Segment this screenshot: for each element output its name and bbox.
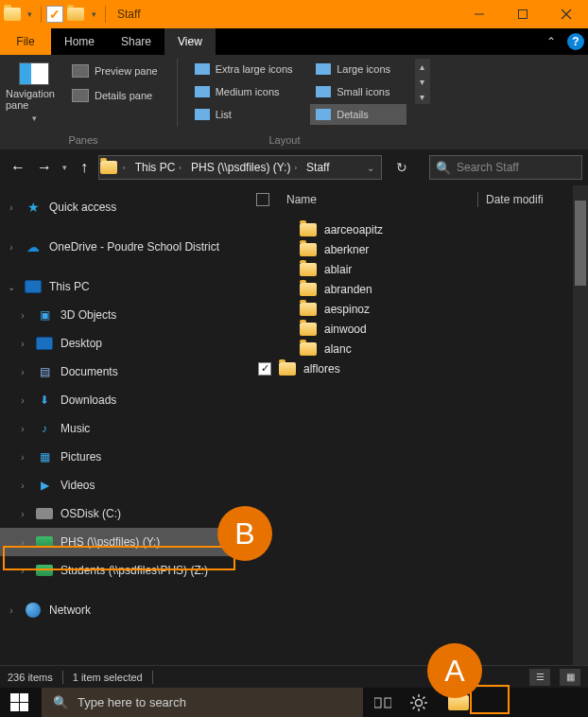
- layout-large-icons[interactable]: Large icons: [310, 59, 406, 79]
- preview-pane-button[interactable]: Preview pane: [68, 61, 165, 81]
- task-view-button[interactable]: [367, 688, 399, 717]
- list-item[interactable]: ablair: [251, 259, 588, 279]
- close-button[interactable]: [545, 0, 588, 28]
- column-name[interactable]: Name: [279, 193, 477, 206]
- qat-separator2: [105, 6, 106, 23]
- file-tab[interactable]: File: [0, 28, 51, 55]
- layout-small-icons[interactable]: Small icons: [310, 81, 406, 102]
- history-dropdown[interactable]: ▾: [59, 163, 70, 172]
- chevron-right-icon[interactable]: ›: [17, 339, 28, 349]
- explorer-window: ▾ ✓ ▾ Staff File Home Share View ⌃ ?: [0, 0, 588, 688]
- tree-phs-drive[interactable]: › PHS (\\psdfiles) (Y:): [0, 528, 251, 556]
- chevron-right-icon[interactable]: ›: [6, 202, 17, 213]
- qat-dropdown[interactable]: ▾: [88, 9, 100, 19]
- tree-desktop[interactable]: › Desktop: [0, 329, 251, 358]
- list-item[interactable]: aberkner: [251, 239, 588, 259]
- layout-scroll-more-icon[interactable]: ▾: [415, 89, 430, 104]
- list-item[interactable]: ainwood: [251, 319, 588, 339]
- forward-button[interactable]: →: [32, 155, 57, 180]
- column-date[interactable]: Date modifi: [478, 193, 551, 206]
- up-button[interactable]: ↑: [72, 155, 96, 180]
- collapse-ribbon-button[interactable]: ⌃: [539, 28, 563, 55]
- taskbar-search[interactable]: 🔍 Type here to search: [42, 688, 363, 717]
- breadcrumb-drive[interactable]: PHS (\\psdfiles) (Y:)›: [186, 156, 302, 179]
- list-item[interactable]: aespinoz: [251, 299, 588, 319]
- layout-scroll-up-icon[interactable]: ▴: [415, 59, 430, 74]
- tree-network[interactable]: › Network: [0, 596, 251, 624]
- tab-view[interactable]: View: [164, 28, 216, 55]
- music-icon: ♪: [36, 421, 53, 436]
- tree-music[interactable]: › ♪ Music: [0, 414, 251, 443]
- refresh-button[interactable]: ↻: [389, 155, 414, 180]
- qat-newfolder-button[interactable]: [66, 5, 85, 24]
- tree-downloads[interactable]: › ⬇ Downloads: [0, 386, 251, 414]
- chevron-right-icon[interactable]: ›: [17, 452, 28, 463]
- list-item[interactable]: abranden: [251, 279, 588, 299]
- navigation-tree[interactable]: › ★ Quick access › ☁ OneDrive - Poudre S…: [0, 185, 251, 665]
- chevron-right-icon[interactable]: ›: [17, 367, 28, 377]
- chevron-right-icon[interactable]: ›: [6, 242, 17, 253]
- view-thumbnails-button[interactable]: ▦: [560, 669, 580, 686]
- app-folder-icon: [4, 8, 21, 21]
- chevron-right-icon[interactable]: ›: [17, 566, 28, 576]
- layout-scroll-down-icon[interactable]: ▾: [415, 74, 430, 89]
- search-box[interactable]: 🔍 Search Staff: [429, 155, 582, 180]
- chevron-right-icon[interactable]: ›: [17, 395, 28, 406]
- chevron-down-icon[interactable]: ⌄: [6, 282, 17, 292]
- tab-home[interactable]: Home: [51, 28, 108, 55]
- tree-onedrive[interactable]: › ☁ OneDrive - Poudre School District: [0, 233, 251, 261]
- chevron-right-icon[interactable]: ›: [17, 509, 28, 519]
- breadcrumb-staff[interactable]: Staff: [302, 156, 334, 179]
- layout-details[interactable]: Details: [310, 104, 406, 125]
- vertical-scrollbar[interactable]: [573, 185, 588, 665]
- search-icon: 🔍: [436, 161, 451, 175]
- start-button[interactable]: [0, 688, 38, 717]
- list-item[interactable]: ✓alflores: [251, 358, 588, 378]
- layout-extra-large-icons[interactable]: Extra large icons: [189, 59, 309, 79]
- chevron-right-icon[interactable]: ›: [17, 481, 28, 491]
- chevron-right-icon[interactable]: ›: [17, 310, 28, 321]
- row-checkbox[interactable]: ✓: [258, 362, 271, 376]
- pictures-icon: ▦: [36, 449, 53, 464]
- scrollbar-thumb[interactable]: [575, 201, 586, 286]
- qat-properties-button[interactable]: ✓: [46, 6, 63, 23]
- tree-3d-objects[interactable]: › ▣ 3D Objects: [0, 301, 251, 329]
- select-all-checkbox[interactable]: [256, 193, 269, 206]
- tree-pictures[interactable]: › ▦ Pictures: [0, 443, 251, 471]
- layout-list[interactable]: List: [189, 104, 309, 125]
- settings-button[interactable]: [403, 688, 435, 717]
- tree-quick-access[interactable]: › ★ Quick access: [0, 193, 251, 221]
- file-list[interactable]: Name Date modifi aarceoapitzaberknerabla…: [251, 185, 588, 665]
- address-bar[interactable]: › This PC› PHS (\\psdfiles) (Y:)› Staff …: [98, 155, 382, 180]
- tab-share[interactable]: Share: [108, 28, 164, 55]
- tree-this-pc[interactable]: ⌄ This PC: [0, 272, 251, 301]
- back-button[interactable]: ←: [6, 155, 30, 180]
- qat-app-dropdown[interactable]: ▾: [24, 9, 36, 19]
- chevron-right-icon[interactable]: ›: [6, 605, 17, 616]
- view-details-button[interactable]: ☰: [529, 669, 550, 686]
- tree-osdisk[interactable]: › OSDisk (C:): [0, 499, 251, 528]
- help-button[interactable]: ?: [567, 33, 584, 50]
- layout-medium-icons[interactable]: Medium icons: [189, 81, 309, 102]
- chevron-right-icon[interactable]: ›: [17, 424, 28, 434]
- list-item[interactable]: alanc: [251, 339, 588, 358]
- list-item[interactable]: aarceoapitz: [251, 219, 588, 239]
- breadcrumb-this-pc[interactable]: This PC›: [130, 156, 186, 179]
- tree-students-drive[interactable]: › Students (\\psdfiles\PHS) (Z:): [0, 556, 251, 585]
- chevron-right-icon[interactable]: ›: [17, 537, 28, 548]
- minimize-button[interactable]: [458, 0, 501, 28]
- folder-icon: [300, 223, 317, 236]
- folder-icon: [300, 323, 317, 336]
- layout-scroll[interactable]: ▴ ▾ ▾: [415, 59, 430, 127]
- tree-videos[interactable]: › ▶ Videos: [0, 471, 251, 499]
- details-pane-button[interactable]: Details pane: [68, 85, 165, 106]
- taskbar-search-placeholder: Type here to search: [78, 695, 186, 709]
- tree-documents[interactable]: › ▤ Documents: [0, 358, 251, 386]
- maximize-button[interactable]: [501, 0, 545, 28]
- navigation-pane-button[interactable]: Navigation pane ▾: [6, 59, 62, 127]
- monitor-icon: [25, 279, 42, 294]
- address-dropdown[interactable]: ⌄: [360, 156, 381, 179]
- search-placeholder: Search Staff: [457, 161, 519, 174]
- breadcrumb-root-chevron[interactable]: ›: [118, 156, 130, 179]
- details-pane-icon: [72, 89, 89, 102]
